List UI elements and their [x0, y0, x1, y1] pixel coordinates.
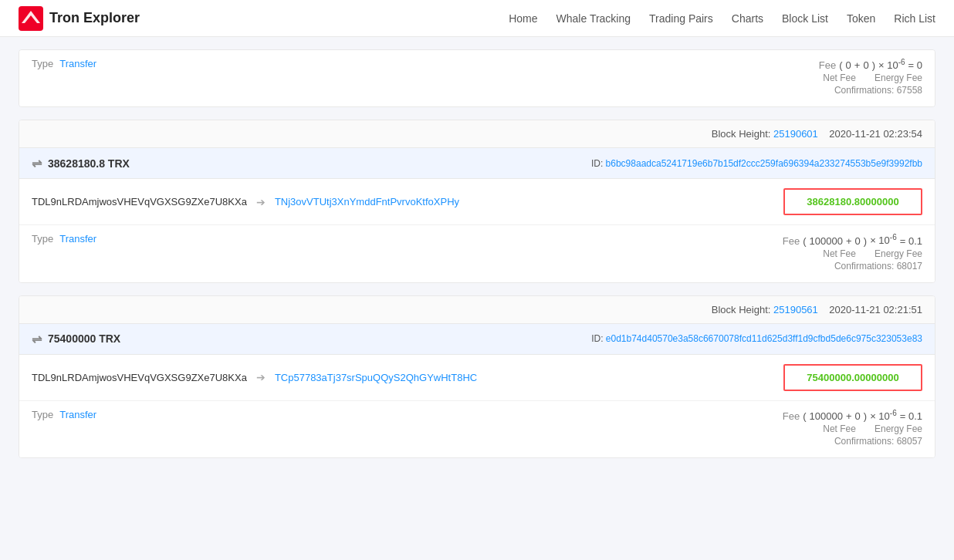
- nav-charts[interactable]: Charts: [732, 12, 763, 25]
- tx1-type-section: Type Transfer: [32, 233, 171, 245]
- partial-confirmations: Confirmations: 67558: [819, 85, 922, 96]
- tx1-to-link[interactable]: TNj3ovVTUtj3XnYmddFntPvrvoKtfoXPHy: [275, 196, 459, 207]
- tx2-block-height-label: Block Height:: [712, 304, 771, 315]
- tx1-type-fee-row: Type Transfer Fee ( 100000 + 0 ) × 10-6 …: [19, 225, 935, 282]
- tx2-fee-section: Fee ( 100000 + 0 ) × 10-6 = 0.1 Net Fee …: [783, 409, 922, 447]
- tx1-id-link[interactable]: b6bc98aadca5241719e6b7b15df2ccc259fa6963…: [606, 158, 922, 169]
- tx2-fee-net-value: 100000: [810, 410, 843, 422]
- tx1-id-label: ID:: [591, 158, 603, 169]
- navbar: Tron Explorer Home Whale Tracking Tradin…: [0, 0, 954, 37]
- tx2-type-value[interactable]: Transfer: [59, 409, 96, 420]
- partial-confirmations-value: 67558: [897, 85, 922, 96]
- tx2-block-height-link[interactable]: 25190561: [773, 304, 818, 315]
- partial-energy-fee-label: Energy Fee: [874, 73, 922, 83]
- tx2-id-link[interactable]: e0d1b74d40570e3a58c6670078fcd11d625d3ff1…: [606, 333, 922, 344]
- tx1-fee-net-value: 100000: [810, 235, 843, 247]
- partial-fee-times: × 10-6: [878, 58, 905, 71]
- tx1-fee-energy-value: 0: [855, 235, 861, 247]
- brand-name: Tron Explorer: [49, 10, 140, 26]
- partial-type-label: Type: [32, 58, 53, 69]
- tx1-arrow-icon: ➔: [256, 196, 266, 208]
- tx2-block-header: Block Height: 25190561 2020-11-21 02:21:…: [19, 296, 935, 324]
- tx2-fee-energy-value: 0: [855, 410, 861, 422]
- tx2-energy-fee-label: Energy Fee: [874, 423, 922, 434]
- tx1-block-height-link[interactable]: 25190601: [773, 128, 818, 140]
- tx2-fee-plus: +: [846, 410, 852, 422]
- tx1-from-address: TDL9nLRDAmjwosVHEVqVGXSG9ZXe7U8KXa: [32, 196, 247, 207]
- tx2-arrow-icon: ➔: [256, 371, 266, 383]
- tx1-block-height-label: Block Height:: [712, 128, 771, 140]
- partial-type-fee-row: Type Transfer Fee ( 0 + 0 ) × 10-6 = 0 N…: [19, 50, 935, 106]
- tx1-type-label: Type: [32, 233, 53, 245]
- nav-home[interactable]: Home: [509, 12, 537, 25]
- tx2-id-label: ID:: [591, 333, 603, 344]
- partial-fee-plus: +: [854, 59, 861, 71]
- tx1-fee-section: Fee ( 100000 + 0 ) × 10-6 = 0.1 Net Fee …: [783, 233, 922, 271]
- tx1-fee-open-paren: (: [803, 235, 806, 247]
- partial-fee-line: Fee ( 0 + 0 ) × 10-6 = 0: [819, 58, 922, 71]
- tx1-id-section: ID: b6bc98aadca5241719e6b7b15df2ccc259fa…: [591, 158, 922, 169]
- tx2-timestamp: 2020-11-21 02:21:51: [829, 304, 922, 315]
- tx2-confirmations: Confirmations: 68057: [783, 436, 922, 447]
- tx2-to-link[interactable]: TCp57783aTj37srSpuQQyS2QhGYwHtT8HC: [275, 372, 477, 383]
- tx1-summary: ⇌ 38628180.8 TRX ID: b6bc98aadca5241719e…: [19, 148, 935, 179]
- tx1-fee-sub-row: Net Fee Energy Fee: [783, 248, 922, 259]
- tx2-fee-open-paren: (: [803, 410, 806, 422]
- partial-fee-open-paren: (: [839, 59, 842, 71]
- tx1-block-header: Block Height: 25190601 2020-11-21 02:23:…: [19, 120, 935, 148]
- partial-fee-section: Fee ( 0 + 0 ) × 10-6 = 0 Net Fee Energy …: [819, 58, 922, 96]
- tx2-amount-highlighted: 75400000.00000000: [783, 364, 922, 391]
- tx1-fee-line: Fee ( 100000 + 0 ) × 10-6 = 0.1: [783, 233, 922, 246]
- tx2-fee-close-paren: ): [864, 410, 867, 422]
- tx1-transfer-row: TDL9nLRDAmjwosVHEVqVGXSG9ZXe7U8KXa ➔ TNj…: [19, 179, 935, 225]
- partial-type-value[interactable]: Transfer: [59, 58, 96, 69]
- tx1-energy-fee-label: Energy Fee: [874, 248, 922, 259]
- tx2-type-label: Type: [32, 409, 53, 420]
- nav-rich-list[interactable]: Rich List: [894, 12, 935, 25]
- tx1-confirmations-value: 68017: [897, 261, 922, 272]
- tx2-net-fee-label: Net Fee: [823, 423, 856, 434]
- partial-fee-sub-row: Net Fee Energy Fee: [819, 73, 922, 83]
- main-content: Type Transfer Fee ( 0 + 0 ) × 10-6 = 0 N…: [0, 37, 954, 483]
- tron-logo-icon: [19, 6, 43, 31]
- tx2-fee-line: Fee ( 100000 + 0 ) × 10-6 = 0.1: [783, 409, 922, 422]
- tx1-fee-equals: = 0.1: [900, 235, 922, 247]
- tx2-fee-label: Fee: [783, 410, 800, 422]
- tx2-type-fee-row: Type Transfer Fee ( 100000 + 0 ) × 10-6 …: [19, 401, 935, 457]
- tx1-fee-plus: +: [846, 235, 852, 247]
- tx1-fee-exp: -6: [890, 233, 897, 241]
- partial-fee-exp: -6: [898, 58, 905, 66]
- tx1-swap-icon: ⇌: [32, 156, 42, 170]
- tx1-fee-close-paren: ): [864, 235, 867, 247]
- tx1-confirmations-label: Confirmations:: [834, 261, 894, 272]
- nav-token[interactable]: Token: [847, 12, 875, 25]
- tx1-fee-label: Fee: [783, 235, 800, 247]
- tx2-id-section: ID: e0d1b74d40570e3a58c6670078fcd11d625d…: [591, 333, 922, 344]
- nav-trading-pairs[interactable]: Trading Pairs: [649, 12, 713, 25]
- partial-fee-equals: = 0: [908, 59, 922, 71]
- tx1-to-address: TNj3ovVTUtj3XnYmddFntPvrvoKtfoXPHy: [275, 196, 459, 207]
- tx1-net-fee-label: Net Fee: [823, 248, 856, 259]
- tx2-to-address: TCp57783aTj37srSpuQQyS2QhGYwHtT8HC: [275, 372, 477, 383]
- partial-net-fee-label: Net Fee: [823, 73, 856, 83]
- tx2-confirmations-value: 68057: [897, 436, 922, 447]
- tx1-type-value[interactable]: Transfer: [59, 233, 96, 245]
- partial-fee-energy-value: 0: [863, 59, 868, 71]
- tx2-confirmations-label: Confirmations:: [834, 436, 894, 447]
- tx2-fee-sub-row: Net Fee Energy Fee: [783, 423, 922, 434]
- tx2-type-section: Type Transfer: [32, 409, 171, 420]
- tx1-confirmations: Confirmations: 68017: [783, 261, 922, 272]
- nav-whale-tracking[interactable]: Whale Tracking: [556, 12, 631, 25]
- tx1-amount-trx: 38628180.8 TRX: [48, 157, 130, 170]
- tx2-amount-trx: 75400000 TRX: [48, 332, 120, 345]
- partial-confirmations-label: Confirmations:: [834, 85, 894, 96]
- tx2-from-address: TDL9nLRDAmjwosVHEVqVGXSG9ZXe7U8KXa: [32, 372, 247, 383]
- tx1-amount-highlighted: 38628180.80000000: [783, 188, 922, 215]
- tx1-block: Block Height: 25190601 2020-11-21 02:23:…: [19, 120, 935, 282]
- nav-block-list[interactable]: Block List: [782, 12, 828, 25]
- tx1-timestamp: 2020-11-21 02:23:54: [829, 128, 922, 140]
- tx2-transfer-row: TDL9nLRDAmjwosVHEVqVGXSG9ZXe7U8KXa ➔ TCp…: [19, 355, 935, 401]
- tx2-summary: ⇌ 75400000 TRX ID: e0d1b74d40570e3a58c66…: [19, 324, 935, 355]
- partial-fee-net-value: 0: [846, 59, 851, 71]
- partial-fee-close-paren: ): [872, 59, 875, 71]
